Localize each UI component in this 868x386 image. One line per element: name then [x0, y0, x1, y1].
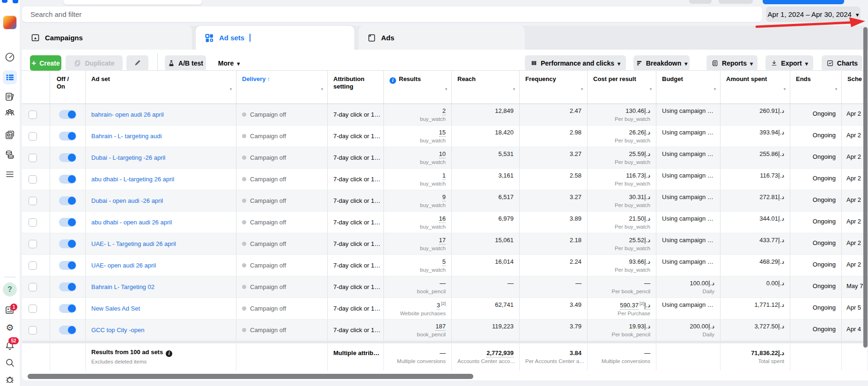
adset-on-toggle[interactable] — [59, 196, 76, 205]
sidebar-item-overview[interactable] — [0, 52, 20, 63]
adset-name-link[interactable]: Dubai - L-targeting -26 april — [91, 154, 165, 161]
sidebar-item-campaigns-active[interactable] — [0, 70, 20, 84]
adset-on-toggle[interactable] — [59, 261, 76, 270]
clipped-publish-button[interactable] — [763, 0, 844, 4]
adset-name-link[interactable]: UAE- L - Targeting audi 26 april — [91, 240, 176, 247]
row-checkbox[interactable] — [29, 218, 37, 227]
charts-button[interactable]: Charts — [822, 55, 862, 71]
sidebar-item-report-bug[interactable] — [0, 374, 20, 385]
row-checkbox[interactable] — [29, 304, 37, 313]
sidebar-item-all-tools[interactable] — [0, 169, 20, 180]
results-value[interactable]: 17 — [439, 237, 446, 245]
adset-on-toggle[interactable] — [59, 132, 76, 141]
row-toggle-cell — [50, 233, 86, 254]
row-checkbox[interactable] — [29, 326, 37, 334]
adset-name-link[interactable]: bahrain- open audi 26 april — [91, 111, 164, 118]
results-value[interactable]: 1 — [442, 172, 446, 180]
adset-on-toggle[interactable] — [59, 282, 76, 291]
adset-name-link[interactable]: abu dhabi - open audi 26 april — [91, 219, 172, 226]
col-header-delivery-sorted[interactable]: Delivery — [236, 71, 328, 104]
filter-caret-icon[interactable] — [713, 85, 717, 92]
filter-caret-icon[interactable] — [783, 85, 787, 92]
col-header-ad-set[interactable]: Ad set — [86, 71, 236, 104]
tab-ad-sets-active[interactable]: Ad sets — [196, 26, 354, 50]
info-icon[interactable] — [166, 350, 172, 357]
vertical-scrollbar-thumb[interactable] — [863, 27, 868, 348]
col-header-ends[interactable]: Ends — [790, 71, 842, 104]
adset-on-toggle[interactable] — [59, 304, 76, 313]
filter-caret-icon[interactable] — [649, 85, 653, 92]
info-icon[interactable] — [390, 77, 396, 84]
sidebar-item-audiences[interactable] — [0, 107, 20, 118]
adset-name-link[interactable]: UAE- open audi 26 april — [91, 262, 156, 269]
filter-caret-icon[interactable] — [580, 85, 584, 92]
row-checkbox[interactable] — [29, 197, 37, 205]
adset-on-toggle[interactable] — [59, 239, 76, 248]
tab-ads[interactable]: Ads — [359, 26, 525, 50]
adset-on-toggle[interactable] — [59, 153, 76, 162]
edit-button[interactable] — [126, 55, 148, 71]
col-header-cost-per-result[interactable]: Cost per result — [588, 71, 656, 104]
results-value[interactable]: 2 — [442, 107, 446, 115]
date-range-picker[interactable]: Apr 1, 2024 – Apr 30, 2024 — [766, 7, 861, 22]
results-value[interactable]: 3 — [437, 302, 440, 310]
adset-on-toggle[interactable] — [59, 326, 76, 334]
results-value[interactable]: 5 — [442, 258, 446, 266]
adset-name-link[interactable]: Bahrain - L- targeting audi — [91, 133, 162, 140]
export-button[interactable]: Export — [765, 55, 813, 71]
adset-name-link[interactable]: GCC top City -open — [91, 327, 144, 334]
amount-spent-cell: 1,771.12د.إ — [721, 298, 790, 319]
filter-caret-icon[interactable] — [229, 85, 233, 92]
row-checkbox[interactable] — [29, 132, 37, 141]
create-button[interactable]: Create — [30, 55, 61, 71]
adset-name-link[interactable]: Dubai - open audi -26 april — [91, 197, 163, 204]
adset-name-link[interactable]: New Sales Ad Set — [91, 305, 140, 312]
adset-name-link[interactable]: abu dhabi - L-targeting 26 april — [91, 176, 174, 183]
adset-on-toggle[interactable] — [59, 110, 76, 119]
sidebar-item-settings[interactable] — [0, 322, 20, 333]
search-and-filter-input[interactable]: Search and filter — [22, 7, 762, 22]
delivery-cell: Campaign off — [236, 298, 328, 319]
adset-on-toggle[interactable] — [59, 175, 76, 184]
duplicate-button[interactable]: Duplicate — [66, 55, 123, 71]
sidebar-item-pages[interactable] — [0, 91, 20, 102]
more-button[interactable]: More — [212, 55, 246, 71]
breakdown-button[interactable]: Breakdown — [633, 55, 690, 71]
col-header-frequency[interactable]: Frequency — [520, 71, 588, 104]
clipped-toolbar-button[interactable] — [719, 0, 753, 4]
col-header-results[interactable]: Results — [384, 71, 452, 104]
filter-caret-icon[interactable] — [444, 85, 448, 92]
col-header-amount-spent[interactable]: Amount spent — [721, 71, 790, 104]
row-checkbox[interactable] — [29, 111, 37, 119]
sidebar-item-ads-reporting[interactable] — [0, 129, 20, 141]
row-checkbox[interactable] — [29, 283, 37, 291]
col-header-budget[interactable]: Budget — [656, 71, 721, 104]
columns-preset-button[interactable]: Performance and clicks — [525, 55, 626, 71]
tab-campaigns[interactable]: Campaigns — [22, 26, 192, 50]
filter-caret-icon[interactable] — [512, 85, 516, 92]
filter-caret-icon[interactable] — [834, 85, 838, 92]
ab-test-button[interactable]: A/B test — [165, 55, 206, 71]
col-header-reach[interactable]: Reach — [452, 71, 520, 104]
clipped-toolbar-button[interactable] — [689, 0, 712, 4]
adset-name-link[interactable]: Bahrain L- Targeting 02 — [91, 283, 154, 290]
results-value[interactable]: 9 — [442, 193, 446, 201]
sidebar-item-help[interactable] — [0, 282, 20, 297]
row-checkbox[interactable] — [29, 261, 37, 270]
reports-button[interactable]: Reports — [706, 55, 758, 71]
horizontal-scrollbar-thumb[interactable] — [28, 374, 473, 379]
filter-caret-icon[interactable] — [320, 85, 324, 92]
adset-on-toggle[interactable] — [59, 218, 76, 227]
row-checkbox[interactable] — [29, 240, 37, 248]
results-value[interactable]: 16 — [439, 215, 446, 223]
results-value[interactable]: 187 — [435, 323, 446, 331]
row-checkbox[interactable] — [29, 175, 37, 184]
results-value[interactable]: 15 — [439, 129, 446, 137]
business-account-avatar[interactable] — [3, 16, 16, 29]
sidebar-item-search[interactable] — [0, 357, 20, 368]
results-value[interactable]: — — [440, 280, 446, 287]
results-value[interactable]: 10 — [439, 150, 446, 158]
row-checkbox[interactable] — [29, 154, 37, 162]
sidebar-item-billing[interactable] — [0, 149, 20, 160]
col-header-attribution[interactable]: Attribution setting — [328, 71, 384, 104]
